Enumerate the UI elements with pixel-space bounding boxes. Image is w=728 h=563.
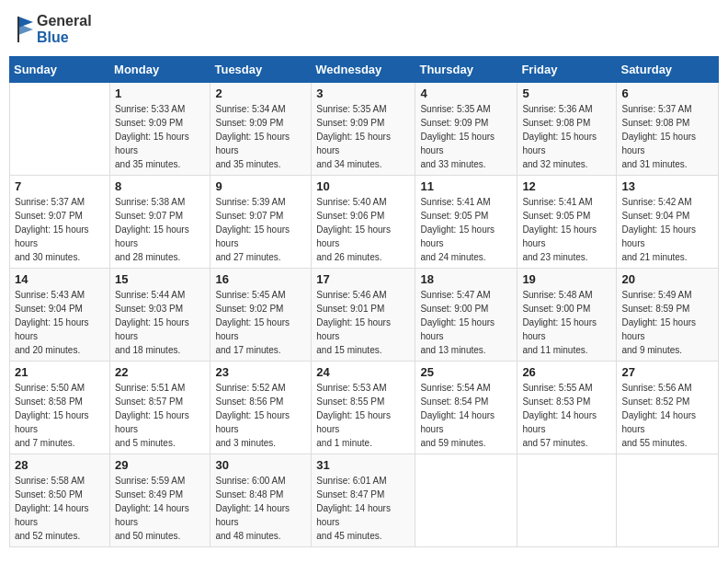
calendar-cell: 18Sunrise: 5:47 AMSunset: 9:00 PMDayligh… [415, 269, 518, 362]
day-number: 2 [215, 86, 306, 100]
day-number: 5 [522, 86, 611, 100]
calendar-cell [518, 454, 617, 547]
day-number: 28 [15, 458, 105, 472]
calendar-week-row: 1Sunrise: 5:33 AMSunset: 9:09 PMDaylight… [10, 83, 719, 176]
day-info: Sunrise: 5:33 AMSunset: 9:09 PMDaylight:… [115, 102, 205, 171]
weekday-header-thursday: Thursday [415, 57, 518, 83]
day-info: Sunrise: 5:55 AMSunset: 8:53 PMDaylight:… [522, 381, 611, 450]
weekday-header-tuesday: Tuesday [210, 57, 312, 83]
day-info: Sunrise: 5:35 AMSunset: 9:09 PMDaylight:… [420, 102, 512, 171]
day-info: Sunrise: 5:42 AMSunset: 9:04 PMDaylight:… [621, 195, 713, 264]
day-number: 8 [115, 179, 205, 193]
calendar-cell: 15Sunrise: 5:44 AMSunset: 9:03 PMDayligh… [110, 269, 210, 362]
day-info: Sunrise: 5:46 AMSunset: 9:01 PMDaylight:… [316, 288, 410, 357]
weekday-header-sunday: Sunday [10, 57, 110, 83]
day-info: Sunrise: 5:40 AMSunset: 9:06 PMDaylight:… [316, 195, 410, 264]
calendar-cell: 10Sunrise: 5:40 AMSunset: 9:06 PMDayligh… [312, 176, 415, 269]
day-number: 13 [621, 179, 713, 193]
day-number: 4 [420, 86, 512, 100]
day-info: Sunrise: 5:41 AMSunset: 9:05 PMDaylight:… [420, 195, 512, 264]
header: General Blue [9, 9, 719, 49]
day-number: 17 [316, 272, 410, 286]
calendar-cell: 17Sunrise: 5:46 AMSunset: 9:01 PMDayligh… [312, 269, 415, 362]
day-number: 21 [15, 365, 105, 379]
calendar-cell: 14Sunrise: 5:43 AMSunset: 9:04 PMDayligh… [10, 269, 110, 362]
day-number: 18 [420, 272, 512, 286]
logo-blue: Blue [37, 29, 69, 45]
calendar-cell: 12Sunrise: 5:41 AMSunset: 9:05 PMDayligh… [518, 176, 617, 269]
day-info: Sunrise: 5:34 AMSunset: 9:09 PMDaylight:… [215, 102, 306, 171]
calendar-cell: 3Sunrise: 5:35 AMSunset: 9:09 PMDaylight… [312, 83, 415, 176]
day-info: Sunrise: 5:43 AMSunset: 9:04 PMDaylight:… [15, 288, 105, 357]
day-number: 3 [316, 86, 410, 100]
day-number: 7 [15, 179, 105, 193]
day-info: Sunrise: 5:50 AMSunset: 8:58 PMDaylight:… [15, 381, 105, 450]
day-number: 16 [215, 272, 306, 286]
logo-flag-icon [15, 15, 35, 44]
calendar-cell: 13Sunrise: 5:42 AMSunset: 9:04 PMDayligh… [617, 176, 719, 269]
calendar-cell: 4Sunrise: 5:35 AMSunset: 9:09 PMDaylight… [415, 83, 518, 176]
calendar-cell [415, 454, 518, 547]
day-number: 27 [621, 365, 713, 379]
day-info: Sunrise: 6:01 AMSunset: 8:47 PMDaylight:… [316, 474, 410, 543]
weekday-header-monday: Monday [110, 57, 210, 83]
day-number: 6 [621, 86, 713, 100]
day-number: 10 [316, 179, 410, 193]
calendar-cell: 5Sunrise: 5:36 AMSunset: 9:08 PMDaylight… [518, 83, 617, 176]
calendar-cell: 16Sunrise: 5:45 AMSunset: 9:02 PMDayligh… [210, 269, 312, 362]
weekday-header-friday: Friday [518, 57, 617, 83]
day-info: Sunrise: 5:35 AMSunset: 9:09 PMDaylight:… [316, 102, 410, 171]
day-info: Sunrise: 5:44 AMSunset: 9:03 PMDaylight:… [115, 288, 205, 357]
day-number: 15 [115, 272, 205, 286]
day-info: Sunrise: 5:58 AMSunset: 8:50 PMDaylight:… [15, 474, 105, 543]
day-number: 19 [522, 272, 611, 286]
day-info: Sunrise: 5:41 AMSunset: 9:05 PMDaylight:… [522, 195, 611, 264]
calendar-cell: 6Sunrise: 5:37 AMSunset: 9:08 PMDaylight… [617, 83, 719, 176]
day-info: Sunrise: 5:37 AMSunset: 9:07 PMDaylight:… [15, 195, 105, 264]
calendar-cell: 25Sunrise: 5:54 AMSunset: 8:54 PMDayligh… [415, 362, 518, 454]
day-number: 9 [215, 179, 306, 193]
calendar-table: SundayMondayTuesdayWednesdayThursdayFrid… [9, 56, 719, 547]
day-info: Sunrise: 5:49 AMSunset: 8:59 PMDaylight:… [621, 288, 713, 357]
day-info: Sunrise: 6:00 AMSunset: 8:48 PMDaylight:… [215, 474, 306, 543]
calendar-cell: 7Sunrise: 5:37 AMSunset: 9:07 PMDaylight… [10, 176, 110, 269]
day-info: Sunrise: 5:36 AMSunset: 9:08 PMDaylight:… [522, 102, 611, 171]
logo-general: General [37, 13, 92, 29]
day-info: Sunrise: 5:52 AMSunset: 8:56 PMDaylight:… [215, 381, 306, 450]
weekday-header-saturday: Saturday [617, 57, 719, 83]
calendar-cell: 26Sunrise: 5:55 AMSunset: 8:53 PMDayligh… [518, 362, 617, 454]
day-number: 29 [115, 458, 205, 472]
calendar-cell: 20Sunrise: 5:49 AMSunset: 8:59 PMDayligh… [617, 269, 719, 362]
day-number: 22 [115, 365, 205, 379]
calendar-week-row: 7Sunrise: 5:37 AMSunset: 9:07 PMDaylight… [10, 176, 719, 269]
calendar-week-row: 14Sunrise: 5:43 AMSunset: 9:04 PMDayligh… [10, 269, 719, 362]
day-info: Sunrise: 5:51 AMSunset: 8:57 PMDaylight:… [115, 381, 205, 450]
calendar-cell: 19Sunrise: 5:48 AMSunset: 9:00 PMDayligh… [518, 269, 617, 362]
day-info: Sunrise: 5:38 AMSunset: 9:07 PMDaylight:… [115, 195, 205, 264]
day-info: Sunrise: 5:45 AMSunset: 9:02 PMDaylight:… [215, 288, 306, 357]
weekday-header-wednesday: Wednesday [312, 57, 415, 83]
day-info: Sunrise: 5:56 AMSunset: 8:52 PMDaylight:… [621, 381, 713, 450]
calendar-cell [10, 83, 110, 176]
logo: General Blue [15, 13, 92, 45]
day-number: 31 [316, 458, 410, 472]
calendar-cell: 23Sunrise: 5:52 AMSunset: 8:56 PMDayligh… [210, 362, 312, 454]
calendar-cell: 11Sunrise: 5:41 AMSunset: 9:05 PMDayligh… [415, 176, 518, 269]
calendar-cell: 2Sunrise: 5:34 AMSunset: 9:09 PMDaylight… [210, 83, 312, 176]
calendar-cell: 22Sunrise: 5:51 AMSunset: 8:57 PMDayligh… [110, 362, 210, 454]
day-number: 25 [420, 365, 512, 379]
weekday-header-row: SundayMondayTuesdayWednesdayThursdayFrid… [10, 57, 719, 83]
day-number: 24 [316, 365, 410, 379]
day-number: 1 [115, 86, 205, 100]
calendar-cell: 27Sunrise: 5:56 AMSunset: 8:52 PMDayligh… [617, 362, 719, 454]
calendar-cell: 1Sunrise: 5:33 AMSunset: 9:09 PMDaylight… [110, 83, 210, 176]
day-number: 23 [215, 365, 306, 379]
day-info: Sunrise: 5:59 AMSunset: 8:49 PMDaylight:… [115, 474, 205, 543]
day-number: 14 [15, 272, 105, 286]
day-info: Sunrise: 5:47 AMSunset: 9:00 PMDaylight:… [420, 288, 512, 357]
day-info: Sunrise: 5:39 AMSunset: 9:07 PMDaylight:… [215, 195, 306, 264]
calendar-week-row: 21Sunrise: 5:50 AMSunset: 8:58 PMDayligh… [10, 362, 719, 454]
day-number: 11 [420, 179, 512, 193]
calendar-cell: 21Sunrise: 5:50 AMSunset: 8:58 PMDayligh… [10, 362, 110, 454]
day-info: Sunrise: 5:37 AMSunset: 9:08 PMDaylight:… [621, 102, 713, 171]
